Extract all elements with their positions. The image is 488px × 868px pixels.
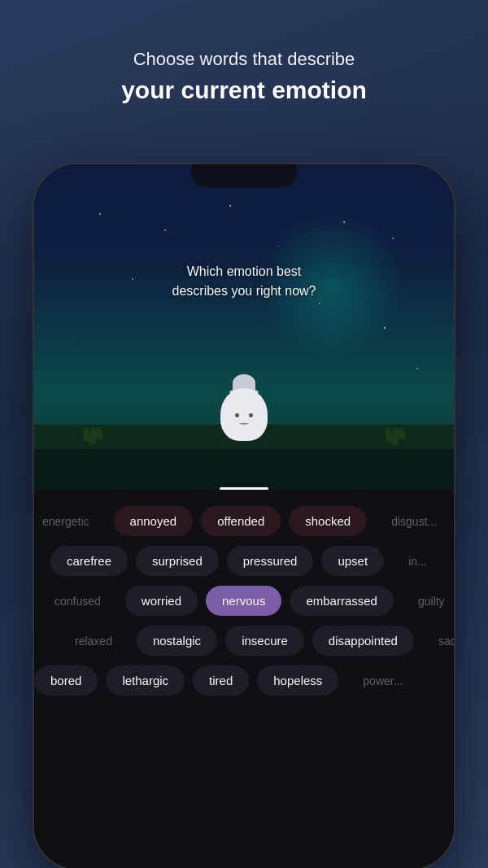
creature-eye-left xyxy=(235,413,239,417)
sky-scene: Which emotion bestdescribes you right no… xyxy=(34,164,454,490)
chip-offended[interactable]: offended xyxy=(201,506,281,536)
chip-worried[interactable]: worried xyxy=(125,586,198,616)
chip-embarrassed[interactable]: embarrassed xyxy=(290,586,394,616)
star xyxy=(416,368,418,369)
star xyxy=(229,205,231,207)
chips-row-2: carefree surprised pressured upset in... xyxy=(34,541,454,581)
chip-relaxed[interactable]: relaxed xyxy=(59,626,129,656)
chip-nervous[interactable]: nervous xyxy=(206,586,281,616)
creature-face xyxy=(232,413,256,425)
phone-frame: Which emotion bestdescribes you right no… xyxy=(33,163,455,868)
star xyxy=(343,221,345,223)
chip-disappointed[interactable]: disappointed xyxy=(312,626,414,656)
chip-bored[interactable]: bored xyxy=(34,665,98,696)
chip-guilty[interactable]: guilty xyxy=(402,587,454,616)
question-text: Which emotion bestdescribes you right no… xyxy=(34,262,454,301)
chip-shocked[interactable]: shocked xyxy=(289,506,367,536)
chip-disgusted[interactable]: disgust... xyxy=(375,507,453,536)
star xyxy=(164,229,166,231)
header-title: your current emotion xyxy=(49,76,439,104)
chip-nostalgic[interactable]: nostalgic xyxy=(137,626,217,656)
grass-right xyxy=(386,427,405,445)
creature-body xyxy=(220,388,268,441)
star xyxy=(319,303,320,304)
chip-surprised[interactable]: surprised xyxy=(136,546,219,576)
chip-power[interactable]: power... xyxy=(346,666,419,696)
creature-eye-right xyxy=(249,413,253,417)
chips-row-4: relaxed nostalgic insecure disappointed … xyxy=(42,621,454,661)
chip-energetic[interactable]: energetic xyxy=(34,507,106,536)
chip-in[interactable]: in... xyxy=(392,547,443,576)
grass-left xyxy=(83,427,102,445)
chips-row-5: bored lethargic tired hopeless power... xyxy=(34,661,438,700)
star xyxy=(278,246,279,246)
chip-insecure[interactable]: insecure xyxy=(225,626,304,656)
star xyxy=(83,343,84,344)
creature xyxy=(216,376,272,441)
star xyxy=(99,213,101,215)
chip-pressured[interactable]: pressured xyxy=(227,546,314,576)
chips-area: energetic annoyed offended shocked disgu… xyxy=(34,490,454,868)
chip-upset[interactable]: upset xyxy=(321,546,384,576)
star xyxy=(384,327,386,329)
ground xyxy=(34,441,454,490)
chip-confused[interactable]: confused xyxy=(38,587,117,616)
chips-row-3: confused worried nervous embarrassed gui… xyxy=(34,581,442,621)
header-subtitle: Choose words that describe xyxy=(49,49,439,70)
phone-notch xyxy=(191,164,297,187)
chip-tired[interactable]: tired xyxy=(193,665,249,696)
creature-mouth xyxy=(239,421,249,425)
chip-annoyed[interactable]: annoyed xyxy=(114,506,194,536)
chips-row-1: energetic annoyed offended shocked disgu… xyxy=(34,501,429,541)
chip-lethargic[interactable]: lethargic xyxy=(106,665,185,696)
star xyxy=(392,238,394,239)
chip-sad[interactable]: sad xyxy=(422,626,454,656)
chip-hopeless[interactable]: hopeless xyxy=(257,665,338,696)
chip-carefree[interactable]: carefree xyxy=(50,546,128,576)
header: Choose words that describe your current … xyxy=(0,0,488,129)
